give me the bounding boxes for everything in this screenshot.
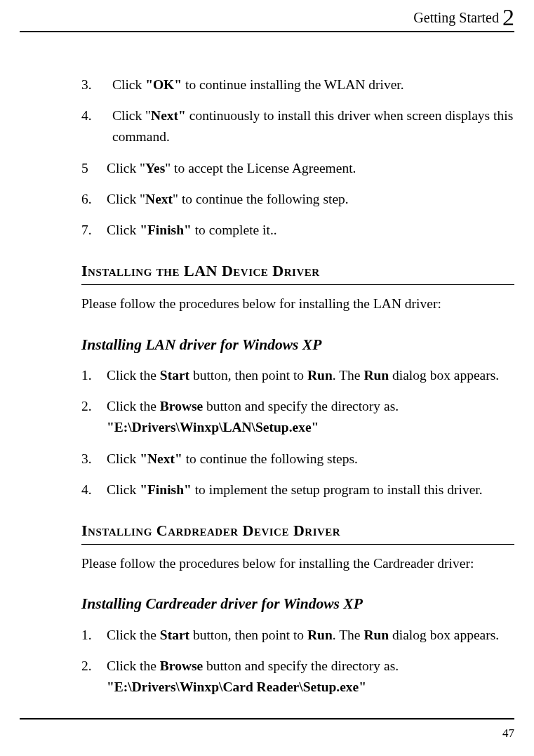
step-number: 7. bbox=[81, 220, 107, 241]
footer-divider bbox=[20, 718, 514, 719]
page-header: Getting Started 2 bbox=[20, 0, 514, 32]
section-heading-lan: Installing the LAN Device Driver bbox=[81, 259, 514, 285]
step-number: 4. bbox=[81, 479, 107, 500]
step-item: 7. Click "Finish" to complete it.. bbox=[81, 220, 514, 241]
step-item: 5 Click "Yes" to accept the License Agre… bbox=[81, 158, 514, 179]
step-text: Click the Browse button and specify the … bbox=[107, 656, 514, 698]
step-text: Click the Browse button and specify the … bbox=[107, 396, 514, 438]
section-heading-cardreader: Installing Cardreader Device Driver bbox=[81, 519, 514, 545]
step-number: 3. bbox=[81, 449, 107, 470]
step-text: Click "Finish" to complete it.. bbox=[107, 220, 514, 241]
step-text: Click "Next" to continue the following s… bbox=[107, 449, 514, 470]
step-number: 5 bbox=[81, 158, 107, 179]
step-item: 2. Click the Browse button and specify t… bbox=[81, 656, 514, 698]
step-number: 2. bbox=[81, 656, 107, 698]
step-number: 1. bbox=[81, 625, 107, 646]
step-number: 3. bbox=[81, 74, 112, 95]
page-content: 3. Click "OK" to continue installing the… bbox=[20, 32, 514, 698]
step-number: 6. bbox=[81, 189, 107, 210]
step-item: 4. Click "Next" continuously to install … bbox=[81, 105, 514, 147]
step-text: Click the Start button, then point to Ru… bbox=[107, 365, 514, 386]
step-number: 4. bbox=[81, 105, 112, 147]
step-number: 2. bbox=[81, 396, 107, 438]
step-item: 3. Click "OK" to continue installing the… bbox=[81, 74, 514, 95]
step-item: 4. Click "Finish" to implement the setup… bbox=[81, 479, 514, 500]
chapter-number: 2 bbox=[502, 4, 514, 30]
step-item: 1. Click the Start button, then point to… bbox=[81, 365, 514, 386]
step-item: 3. Click "Next" to continue the followin… bbox=[81, 449, 514, 470]
step-item: 2. Click the Browse button and specify t… bbox=[81, 396, 514, 438]
step-text: Click "Next" continuously to install thi… bbox=[112, 105, 514, 147]
step-text: Click "OK" to continue installing the WL… bbox=[112, 74, 514, 95]
header-title: Getting Started bbox=[413, 10, 499, 25]
section-intro: Please follow the procedures below for i… bbox=[81, 553, 514, 574]
step-item: 6. Click "Next" to continue the followin… bbox=[81, 189, 514, 210]
step-text: Click "Yes" to accept the License Agreem… bbox=[107, 158, 514, 179]
step-text: Click the Start button, then point to Ru… bbox=[107, 625, 514, 646]
step-text: Click "Next" to continue the following s… bbox=[107, 189, 514, 210]
page-number: 47 bbox=[502, 727, 514, 741]
section-intro: Please follow the procedures below for i… bbox=[81, 293, 514, 314]
step-item: 1. Click the Start button, then point to… bbox=[81, 625, 514, 646]
step-text: Click "Finish" to implement the setup pr… bbox=[107, 479, 514, 500]
subsection-heading: Installing Cardreader driver for Windows… bbox=[81, 592, 514, 616]
subsection-heading: Installing LAN driver for Windows XP bbox=[81, 333, 514, 357]
step-number: 1. bbox=[81, 365, 107, 386]
